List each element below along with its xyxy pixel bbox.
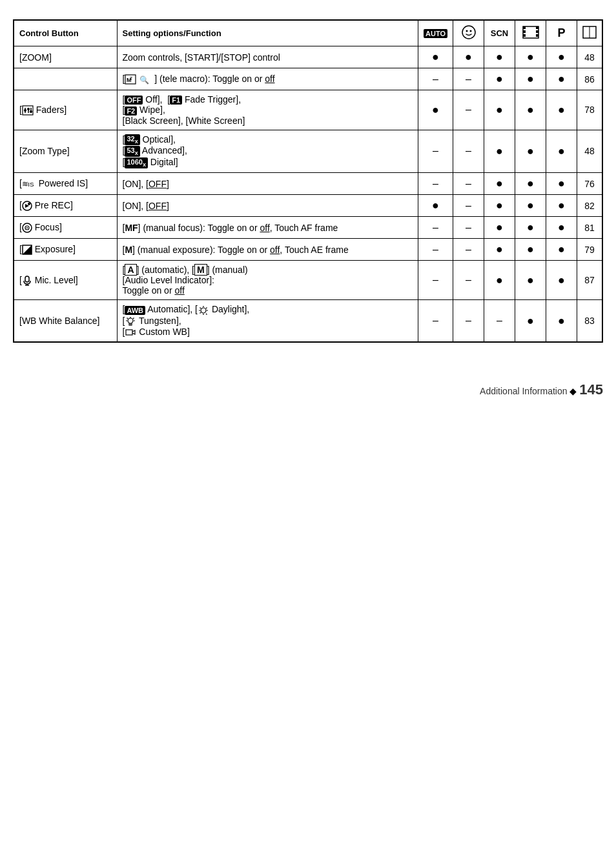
- m-badge: M: [194, 264, 207, 276]
- svg-line-48: [127, 318, 128, 319]
- svg-point-20: [27, 108, 30, 110]
- smart-mic: –: [453, 261, 484, 300]
- svg-line-43: [200, 312, 201, 314]
- header-control-button: Control Button: [14, 20, 117, 46]
- smart-faders: –: [453, 90, 484, 130]
- p-zoom-type: ●: [546, 130, 577, 173]
- auto-focus: –: [418, 217, 453, 239]
- setting-wb: [AWB Automatic], [ Daylight], [: [117, 300, 418, 342]
- p-mic: ●: [546, 261, 577, 300]
- control-focus: [ Focus]: [14, 217, 117, 239]
- control-mic-level: [ Mic. Level]: [14, 261, 117, 300]
- auto-faders: ●: [418, 90, 453, 130]
- svg-point-22: [30, 110, 32, 113]
- page-powered-is: 76: [577, 173, 603, 195]
- table-row: [ M T 🔍 ] (tele macro): Toggle on or off…: [14, 68, 602, 90]
- page-tele: 86: [577, 68, 603, 90]
- f1-badge: F1: [170, 96, 182, 105]
- svg-rect-7: [536, 26, 539, 29]
- p-faders: ●: [546, 90, 577, 130]
- svg-rect-32: [25, 276, 29, 282]
- svg-rect-51: [126, 330, 132, 335]
- tungsten-icon: [125, 316, 136, 327]
- faders-icon: [22, 105, 34, 116]
- p-pre-rec: ●: [546, 195, 577, 217]
- page-focus: 81: [577, 217, 603, 239]
- setting-faders: [OFF Off], [F1 Fade Trigger], [F2 Wipe],…: [117, 90, 418, 130]
- table-row: [ Faders] [OFF Off], [F1 Fade Trigger], …: [14, 90, 602, 130]
- header-setting-options: Setting options/Function: [117, 20, 418, 46]
- svg-point-26: [28, 203, 30, 205]
- scn-powered-is: ●: [484, 173, 515, 195]
- scn-wb: –: [484, 300, 515, 342]
- control-zoom-type: [Zoom Type]: [14, 130, 117, 173]
- svg-point-44: [128, 318, 133, 323]
- p-wb: ●: [546, 300, 577, 342]
- pre-rec-icon: [22, 201, 32, 211]
- f2-badge: F2: [125, 106, 137, 116]
- footer: Additional Information ◆ 145: [13, 381, 603, 398]
- setting-mic-level: [A] (automatic), [M] (manual) [Audio Lev…: [117, 261, 418, 300]
- p-focus: ●: [546, 217, 577, 239]
- footer-diamond: ◆: [570, 386, 577, 396]
- table-header: Control Button Setting options/Function …: [14, 20, 602, 46]
- smart-wb: –: [453, 300, 484, 342]
- footer-text: Additional Information: [480, 386, 567, 396]
- 1060x-badge: 1060x: [125, 157, 148, 168]
- svg-rect-6: [523, 34, 526, 37]
- header-scn: SCN: [484, 20, 515, 46]
- custom-wb-icon: [125, 327, 136, 338]
- scn-zoom: ●: [484, 46, 515, 68]
- table-row: [ Exposure] [M] (manual exposure): Toggl…: [14, 239, 602, 261]
- table-row: [ ≋ IS Powered IS] [ON], [OFF] – – ● ● ●…: [14, 173, 602, 195]
- control-wb: [WB White Balance]: [14, 300, 117, 342]
- scn-focus: ●: [484, 217, 515, 239]
- tele-macro-icon: M T: [125, 74, 136, 85]
- setting-zoom-type: [32x Optical], [53x Advanced], [1060x Di…: [117, 130, 418, 173]
- cinema-faders: ●: [515, 90, 546, 130]
- setting-focus: [MF] (manual focus): Toggle on or off, T…: [117, 217, 418, 239]
- setting-powered-is: [ON], [OFF]: [117, 173, 418, 195]
- svg-line-41: [206, 314, 207, 315]
- setting-tele: [ M T 🔍 ] (tele macro): Toggle on or off: [117, 68, 418, 90]
- control-zoom: [ZOOM]: [14, 46, 117, 68]
- scn-pre-rec: ●: [484, 195, 515, 217]
- 53x-badge: 53x: [125, 146, 139, 157]
- control-faders: [ Faders]: [14, 90, 117, 130]
- table-row: [ Mic. Level] [A] (automatic), [M] (manu…: [14, 261, 602, 300]
- table-row: [ Pre REC] [ON], [OFF] ● – ● ● ● 82: [14, 195, 602, 217]
- tele-macro-icon2: 🔍: [139, 74, 153, 85]
- 32x-badge: 32x: [125, 134, 139, 145]
- control-tele: [14, 68, 117, 90]
- svg-point-1: [466, 30, 467, 32]
- smart-pre-rec: –: [453, 195, 484, 217]
- scn-label: SCN: [491, 28, 508, 38]
- control-exposure: [ Exposure]: [14, 239, 117, 261]
- table-row: [ZOOM] Zoom controls, [START]/[STOP] con…: [14, 46, 602, 68]
- p-zoom: ●: [546, 46, 577, 68]
- setting-zoom: Zoom controls, [START]/[STOP] control: [117, 46, 418, 68]
- p-tele: ●: [546, 68, 577, 90]
- svg-line-40: [200, 307, 201, 308]
- auto-badge: AUTO: [424, 29, 447, 38]
- svg-point-29: [26, 227, 28, 228]
- footer-page-number: 145: [579, 381, 603, 398]
- header-book: [577, 20, 603, 46]
- auto-zoom: ●: [418, 46, 453, 68]
- auto-powered-is: –: [418, 173, 453, 195]
- off-badge: OFF: [125, 96, 143, 105]
- control-powered-is: [ ≋ IS Powered IS]: [14, 173, 117, 195]
- main-table: Control Button Setting options/Function …: [13, 19, 603, 343]
- svg-point-18: [24, 109, 26, 112]
- svg-text:IS: IS: [28, 181, 34, 188]
- powered-is-icon: ≋ IS: [22, 179, 36, 189]
- svg-rect-8: [536, 30, 539, 33]
- smart-tele: –: [453, 68, 484, 90]
- smart-exposure: –: [453, 239, 484, 261]
- header-auto: AUTO: [418, 20, 453, 46]
- cinema-focus: ●: [515, 217, 546, 239]
- page-zoom: 48: [577, 46, 603, 68]
- auto-exposure: –: [418, 239, 453, 261]
- setting-pre-rec: [ON], [OFF]: [117, 195, 418, 217]
- svg-text:T: T: [130, 76, 133, 81]
